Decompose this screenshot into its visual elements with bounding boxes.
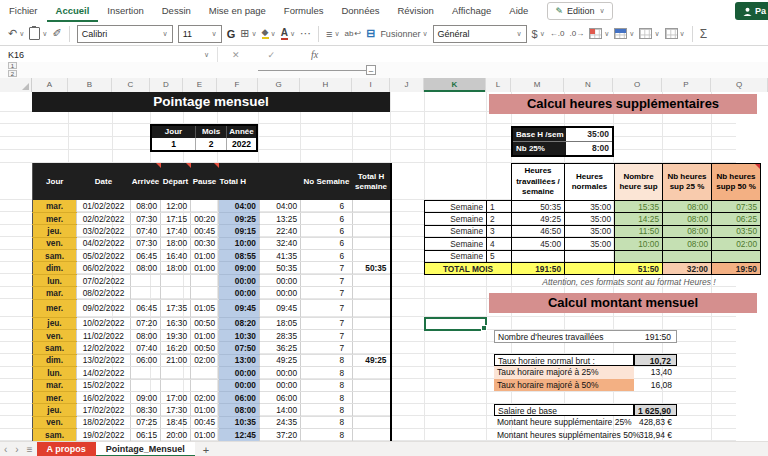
total-h-cell[interactable]: 09:45 — [219, 299, 260, 317]
wrap-text-button[interactable]: ab↩ — [345, 29, 362, 38]
week-number-cell[interactable]: 5 — [487, 250, 512, 262]
arrivee-cell[interactable]: 07:20 — [131, 317, 161, 329]
week-number-cell[interactable]: 4 — [487, 238, 512, 250]
day-cell[interactable]: dim. — [33, 262, 77, 274]
pause-cell[interactable]: 01:00 — [191, 330, 219, 342]
depart-cell[interactable]: 16:20 — [161, 342, 191, 354]
pause-cell[interactable]: 01:00 — [191, 429, 219, 441]
ribbon-tab[interactable]: Formules — [275, 0, 333, 22]
arrivee-cell[interactable]: 06:45 — [131, 250, 161, 262]
day-cell[interactable]: lun. — [33, 274, 77, 286]
total-h-cell[interactable]: 08:00 — [219, 404, 260, 416]
day-cell[interactable]: sam. — [33, 342, 77, 354]
sheet-grid[interactable]: Pointage mensuel Jour Mois Année 1 2 202… — [0, 92, 768, 441]
week-number-cell[interactable]: 6 — [301, 225, 353, 237]
date-cell[interactable]: 01/02/2022 — [77, 200, 131, 212]
overtime-50-cell[interactable]: 02:00 — [712, 238, 761, 250]
cumulative-cell[interactable]: 49:25 — [260, 354, 301, 366]
date-cell[interactable]: 13/02/2022 — [77, 354, 131, 366]
day-cell[interactable]: sam. — [33, 250, 77, 262]
cumulative-cell[interactable]: 00:00 — [260, 367, 301, 379]
overtime-25-cell[interactable]: 08:00 — [663, 238, 712, 250]
day-cell[interactable]: lun. — [33, 367, 77, 379]
week-number-cell[interactable]: 7 — [301, 330, 353, 342]
format-painter-button[interactable]: ✐ — [52, 27, 61, 40]
normal-hours-cell[interactable] — [565, 250, 615, 262]
arrivee-cell[interactable] — [131, 287, 161, 299]
date-input-box[interactable]: Jour Mois Année 1 2 2022 — [150, 124, 258, 152]
week-label-cell[interactable]: Semaine — [425, 250, 487, 262]
edition-mode-button[interactable]: ✎ Edition ∨ — [547, 2, 612, 20]
week-total-cell[interactable] — [353, 379, 391, 391]
merge-button[interactable]: Fusionner∨ — [380, 29, 427, 39]
arrivee-cell[interactable]: 08:00 — [131, 262, 161, 274]
header-date[interactable]: Date — [77, 163, 131, 200]
week-number-cell[interactable]: 6 — [301, 200, 353, 212]
align-button[interactable]: ≡∨ — [326, 28, 340, 40]
depart-cell[interactable]: 18:00 — [161, 262, 191, 274]
date-cell[interactable]: 11/02/2022 — [77, 330, 131, 342]
ribbon-tab[interactable]: Accueil — [47, 0, 99, 22]
pause-cell[interactable]: 00:50 — [191, 342, 219, 354]
date-cell[interactable]: 14/02/2022 — [77, 367, 131, 379]
cumulative-cell[interactable]: 00:00 — [260, 274, 301, 286]
week-total-cell[interactable]: 49:25 — [353, 354, 391, 366]
week-total-cell[interactable] — [353, 225, 391, 237]
header-pause[interactable]: Pause — [191, 163, 219, 200]
insert-table-button[interactable]: ∨ — [665, 28, 685, 39]
ribbon-tab[interactable]: Aide — [500, 0, 537, 22]
week-total-cell[interactable] — [353, 391, 391, 403]
depart-cell[interactable] — [161, 274, 191, 286]
column-header-D[interactable]: D — [150, 78, 183, 92]
day-cell[interactable]: ven. — [33, 416, 77, 428]
column-header-I[interactable]: I — [352, 78, 390, 92]
arrivee-cell[interactable]: 09:00 — [131, 391, 161, 403]
date-cell[interactable]: 04/02/2022 — [77, 237, 131, 249]
increase-decimal-button[interactable]: ←.0 — [550, 29, 565, 38]
day-cell[interactable]: mer. — [33, 212, 77, 224]
week-label-cell[interactable]: Semaine — [425, 238, 487, 250]
total-normal-cell[interactable] — [565, 262, 615, 274]
total-h-cell[interactable]: 13:00 — [219, 354, 260, 366]
date-cell[interactable]: 03/02/2022 — [77, 225, 131, 237]
pause-cell[interactable] — [191, 379, 219, 391]
column-header-G[interactable]: G — [258, 78, 300, 92]
worked-hours-cell[interactable]: 50:35 — [512, 201, 565, 213]
sheet-title-cell[interactable]: Pointage mensuel — [32, 92, 390, 112]
arrivee-cell[interactable]: 07:40 — [131, 342, 161, 354]
week-number-cell[interactable]: 8 — [301, 391, 353, 403]
cumulative-cell[interactable]: 04:00 — [260, 200, 301, 212]
header-total-h[interactable]: Total H — [219, 163, 260, 200]
cumulative-cell[interactable]: 22:40 — [260, 225, 301, 237]
total-h-cell[interactable]: 07:50 — [219, 342, 260, 354]
date-cell[interactable]: 05/02/2022 — [77, 250, 131, 262]
cumulative-cell[interactable]: 28:35 — [260, 330, 301, 342]
week-number-cell[interactable]: 7 — [301, 342, 353, 354]
date-cell[interactable]: 08/02/2022 — [77, 287, 131, 299]
overtime-50-cell[interactable]: 03:50 — [712, 225, 761, 237]
salary-value-cell[interactable]: 318,94 € — [634, 429, 677, 441]
rate-value-cell[interactable]: 13,40 — [634, 366, 677, 378]
column-header-L[interactable]: L — [486, 78, 511, 92]
day-value-cell[interactable]: 1 — [152, 138, 195, 150]
header-jour[interactable]: Jour — [33, 163, 77, 200]
worked-hours-value[interactable]: 191:50 — [611, 332, 676, 342]
font-size-select[interactable]: 11∨ — [178, 25, 222, 43]
arrivee-cell[interactable]: 08:00 — [131, 330, 161, 342]
header-nombre-heure-sup[interactable]: Nombre heure sup — [615, 164, 663, 201]
total-h-cell[interactable]: 10:35 — [219, 416, 260, 428]
prev-sheet-icon[interactable]: ‹ — [4, 444, 7, 455]
week-number-cell[interactable]: 8 — [301, 367, 353, 379]
week-total-cell[interactable] — [353, 404, 391, 416]
pause-cell[interactable]: 02:00 — [191, 391, 219, 403]
param-value-cell[interactable]: 35:00 — [566, 128, 612, 141]
week-total-cell[interactable] — [353, 299, 391, 317]
worked-hours-cell[interactable]: 49:25 — [512, 213, 565, 225]
font-name-select[interactable]: Calibri∨ — [77, 25, 173, 43]
overtime-50-cell[interactable] — [712, 250, 761, 262]
cumulative-cell[interactable]: 24:35 — [260, 416, 301, 428]
date-cell[interactable]: 15/02/2022 — [77, 379, 131, 391]
header-nb-sup-50[interactable]: Nb heures supp 50 % — [712, 164, 761, 201]
total-h-cell[interactable]: 09:25 — [219, 212, 260, 224]
font-color-button[interactable]: A∨ — [281, 28, 295, 40]
